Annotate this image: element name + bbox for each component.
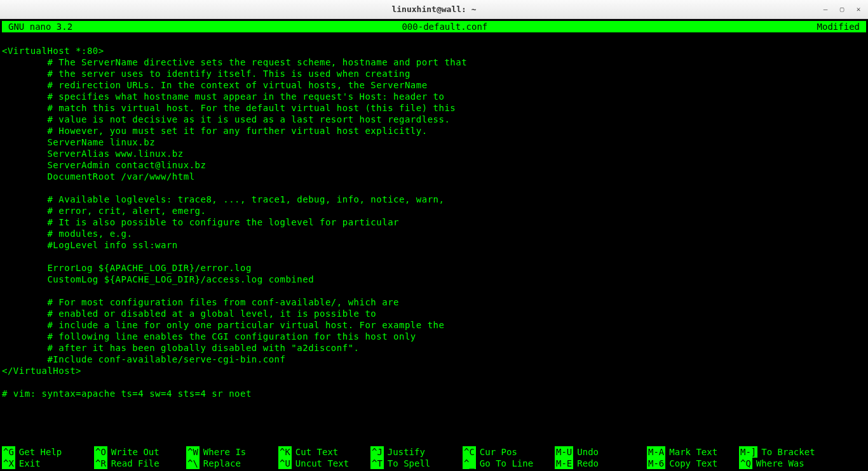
nano-shortcuts-bar: ^GGet Help^OWrite Out^WWhere Is^KCut Tex… [2, 446, 866, 469]
shortcut-label: Redo [573, 458, 599, 469]
nano-shortcuts-row-1: ^GGet Help^OWrite Out^WWhere Is^KCut Tex… [2, 446, 866, 458]
nano-shortcut[interactable]: ^GGet Help [2, 446, 94, 458]
maximize-button[interactable]: ▢ [837, 5, 846, 14]
nano-shortcut[interactable]: M-UUndo [555, 446, 647, 458]
shortcut-label: To Bracket [757, 446, 815, 458]
editor-line: # modules, e.g. [2, 228, 866, 239]
editor-line: ServerName linux.bz [2, 136, 866, 148]
nano-shortcut[interactable]: M-6Copy Text [647, 458, 739, 469]
nano-editor-content[interactable]: <VirtualHost *:80> # The ServerName dire… [2, 32, 866, 446]
editor-line: DocumentRoot /var/www/html [2, 171, 866, 182]
shortcut-label: Cur Pos [476, 446, 517, 458]
window-controls: — ▢ ✕ [821, 5, 863, 14]
shortcut-label: Cut Text [292, 446, 338, 458]
editor-line: # value is not decisive as it is used as… [2, 114, 866, 125]
shortcut-label: Get Help [15, 446, 62, 458]
nano-shortcuts-row-2: ^XExit^RRead File^\Replace^UUncut Text^T… [2, 458, 866, 469]
shortcut-label: Where Was [752, 458, 804, 469]
editor-line: <VirtualHost *:80> [2, 45, 866, 56]
editor-line [2, 285, 866, 296]
close-button[interactable]: ✕ [854, 5, 863, 14]
shortcut-key: M-U [555, 446, 573, 458]
shortcut-key: ^Q [739, 458, 752, 469]
shortcut-key: ^J [370, 446, 384, 458]
editor-line: # However, you must set it for any furth… [2, 125, 866, 136]
nano-version: GNU nano 3.2 [6, 21, 75, 32]
shortcut-key: ^U [278, 458, 292, 469]
nano-shortcut[interactable]: M-ERedo [555, 458, 647, 469]
editor-line: # error, crit, alert, emerg. [2, 205, 866, 216]
shortcut-key: ^T [370, 458, 384, 469]
editor-line: # match this virtual host. For the defau… [2, 102, 866, 114]
shortcut-label: Replace [200, 458, 241, 469]
editor-line: # enabled or disabled at a global level,… [2, 308, 866, 319]
nano-shortcut[interactable]: ^XExit [2, 458, 94, 469]
shortcut-key: ^G [2, 446, 15, 458]
minimize-button[interactable]: — [821, 5, 830, 14]
shortcut-label: Write Out [107, 446, 159, 458]
nano-shortcut[interactable]: ^JJustify [370, 446, 463, 458]
editor-line: # include a line for only one particular… [2, 319, 866, 331]
editor-line: # The ServerName directive sets the requ… [2, 56, 866, 68]
shortcut-label: Undo [573, 446, 599, 458]
shortcut-key: ^X [2, 458, 15, 469]
shortcut-key: M-A [647, 446, 665, 458]
editor-line: # the server uses to identify itself. Th… [2, 68, 866, 79]
editor-line [2, 34, 866, 45]
shortcut-label: Uncut Text [292, 458, 349, 469]
terminal-window: linuxhint@wall: ~ — ▢ ✕ GNU nano 3.2 000… [0, 0, 868, 471]
editor-line: ErrorLog ${APACHE_LOG_DIR}/error.log [2, 262, 866, 274]
editor-line: #Include conf-available/serve-cgi-bin.co… [2, 354, 866, 365]
shortcut-label: To Spell [384, 458, 430, 469]
window-titlebar: linuxhint@wall: ~ — ▢ ✕ [0, 0, 868, 19]
terminal-area[interactable]: GNU nano 3.2 000-default.conf Modified <… [0, 19, 868, 471]
shortcut-key: ^C [463, 446, 476, 458]
shortcut-key: ^O [94, 446, 107, 458]
nano-status: Modified [815, 21, 862, 32]
shortcut-label: Go To Line [476, 458, 533, 469]
shortcut-label: Mark Text [665, 446, 717, 458]
shortcut-key: M-E [555, 458, 573, 469]
nano-shortcut[interactable]: M-]To Bracket [739, 446, 831, 458]
shortcut-key: ^R [94, 458, 107, 469]
shortcut-key: M-6 [647, 458, 665, 469]
nano-shortcut[interactable]: ^WWhere Is [186, 446, 278, 458]
nano-header-bar: GNU nano 3.2 000-default.conf Modified [2, 21, 866, 32]
nano-shortcut[interactable]: ^_Go To Line [463, 458, 555, 469]
editor-line: # For most configuration files from conf… [2, 296, 866, 308]
editor-line: ServerAlias www.linux.bz [2, 148, 866, 159]
editor-line: CustomLog ${APACHE_LOG_DIR}/access.log c… [2, 274, 866, 285]
editor-line: # after it has been globally disabled wi… [2, 342, 866, 354]
editor-line: # Available loglevels: trace8, ..., trac… [2, 194, 866, 205]
editor-line: #LogLevel info ssl:warn [2, 239, 866, 251]
editor-line [2, 182, 866, 194]
shortcut-label: Read File [107, 458, 159, 469]
nano-shortcut[interactable]: ^UUncut Text [278, 458, 370, 469]
shortcut-label: Where Is [200, 446, 246, 458]
window-title: linuxhint@wall: ~ [391, 4, 476, 14]
shortcut-label: Copy Text [665, 458, 717, 469]
nano-shortcut[interactable]: ^OWrite Out [94, 446, 186, 458]
editor-line: ServerAdmin contact@linux.bz [2, 159, 866, 171]
editor-line: # specifies what hostname must appear in… [2, 91, 866, 102]
editor-line: </VirtualHost> [2, 365, 866, 376]
editor-line: # vim: syntax=apache ts=4 sw=4 sts=4 sr … [2, 388, 866, 399]
editor-line [2, 251, 866, 262]
shortcut-key: M-] [739, 446, 757, 458]
nano-shortcut[interactable]: ^CCur Pos [463, 446, 555, 458]
nano-filename: 000-default.conf [75, 21, 814, 32]
editor-line: # following line enables the CGI configu… [2, 331, 866, 342]
editor-line: # It is also possible to configure the l… [2, 216, 866, 228]
shortcut-key: ^\ [186, 458, 200, 469]
shortcut-key: ^_ [463, 458, 476, 469]
nano-shortcut[interactable]: M-AMark Text [647, 446, 739, 458]
nano-shortcut[interactable]: ^QWhere Was [739, 458, 831, 469]
nano-shortcut[interactable]: ^\Replace [186, 458, 278, 469]
nano-shortcut[interactable]: ^KCut Text [278, 446, 370, 458]
shortcut-key: ^W [186, 446, 200, 458]
editor-line: # redirection URLs. In the context of vi… [2, 79, 866, 91]
shortcut-key: ^K [278, 446, 292, 458]
editor-line [2, 376, 866, 388]
nano-shortcut[interactable]: ^TTo Spell [370, 458, 463, 469]
nano-shortcut[interactable]: ^RRead File [94, 458, 186, 469]
